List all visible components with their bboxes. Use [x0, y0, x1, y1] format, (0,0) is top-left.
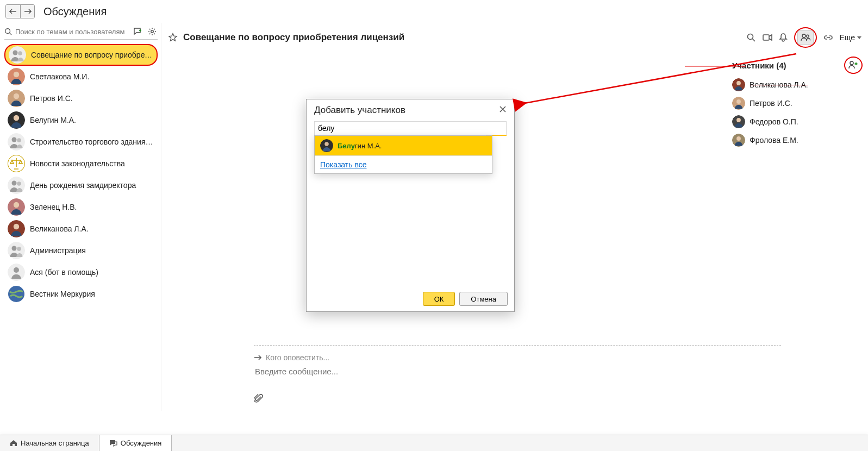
add-participant-button[interactable] [848, 60, 858, 71]
link-icon[interactable] [823, 34, 833, 41]
avatar [8, 90, 25, 107]
show-all-link[interactable]: Показать все [315, 155, 492, 173]
participant-item[interactable]: Великанова Л.А. [732, 78, 863, 91]
notify-placeholder: Кого оповестить... [266, 353, 329, 362]
sidebar-item-label: Великанова Л.А. [30, 224, 154, 233]
svg-point-8 [14, 93, 19, 99]
avatar [8, 111, 25, 129]
dialog-title: Добавить участников [314, 105, 405, 116]
suggestions-dropdown: Белугин М.А. Показать все [314, 135, 492, 174]
ok-button[interactable]: ОК [423, 292, 455, 306]
bell-icon[interactable] [779, 33, 788, 42]
svg-point-27 [8, 286, 24, 302]
participant-item[interactable]: Петров И.С. [732, 97, 863, 110]
sidebar-search-row [4, 26, 158, 40]
people-icon [801, 34, 810, 41]
sidebar-item[interactable]: День рождения замдиректора [4, 174, 158, 196]
sidebar-item[interactable]: Новости законодательства [4, 153, 158, 174]
forward-button[interactable] [20, 5, 34, 18]
participant-item[interactable]: Федоров О.П. [732, 115, 863, 128]
sidebar-item[interactable]: Светлакова М.И. [4, 66, 158, 87]
sidebar-item-label: Совещание по вопросу приобретения л... [31, 51, 153, 59]
search-input[interactable] [14, 27, 129, 36]
gear-icon [148, 27, 157, 36]
avatar [732, 115, 745, 128]
new-chat-button[interactable] [133, 26, 143, 37]
more-menu[interactable]: Еще [840, 33, 862, 42]
participants-title: Участники (4) [732, 61, 786, 70]
sidebar-item-label: Зеленец Н.В. [30, 203, 154, 211]
back-button[interactable] [6, 5, 20, 18]
svg-point-42 [324, 142, 329, 146]
suggestion-item[interactable]: Белугин М.А. [315, 136, 492, 155]
tab-home[interactable]: Начальная страница [0, 435, 99, 451]
suggestion-label: Белугин М.А. [338, 142, 382, 150]
svg-point-12 [12, 137, 17, 142]
video-call-icon[interactable] [763, 34, 772, 41]
avatar [732, 134, 745, 147]
participants-toggle-button[interactable] [797, 30, 814, 45]
sidebar-item[interactable]: Петров И.С. [4, 87, 158, 109]
sidebar-item[interactable]: Ася (бот в помощь) [4, 261, 158, 283]
svg-point-0 [5, 29, 10, 34]
avatar [8, 220, 25, 237]
avatar [8, 68, 25, 85]
message-input[interactable] [254, 366, 781, 377]
sidebar-item-label: Строительство торгового здания (проект) [30, 137, 154, 146]
svg-point-32 [850, 61, 853, 65]
svg-point-10 [14, 115, 19, 121]
svg-point-38 [736, 118, 741, 122]
search-icon [4, 28, 12, 35]
sidebar-item[interactable]: Зеленец Н.В. [4, 196, 158, 218]
svg-point-26 [14, 267, 19, 273]
bottom-tab-bar: Начальная страница Обсуждения [0, 435, 868, 451]
avatar [9, 46, 26, 64]
dialog-close-button[interactable] [499, 105, 507, 115]
add-participant-highlight [844, 57, 863, 74]
notify-row[interactable]: Кого оповестить... [254, 353, 781, 362]
avatar [8, 198, 25, 216]
avatar [8, 285, 25, 303]
svg-point-34 [736, 81, 741, 85]
chat-list: Совещание по вопросу приобретения л...Св… [4, 44, 158, 305]
participant-search-input[interactable] [314, 121, 507, 135]
tab-discussions[interactable]: Обсуждения [99, 435, 172, 451]
svg-point-36 [736, 99, 741, 104]
participant-label: Великанова Л.А. [750, 80, 808, 89]
svg-point-16 [12, 181, 17, 186]
svg-point-6 [14, 72, 19, 77]
svg-point-1 [151, 30, 153, 33]
chevron-down-icon [857, 36, 861, 39]
sidebar-item-label: Петров И.С. [30, 94, 154, 103]
search-in-conv-icon[interactable] [746, 33, 756, 42]
sidebar-item[interactable]: Строительство торгового здания (проект) [4, 131, 158, 153]
settings-button[interactable] [147, 26, 158, 37]
sidebar-item[interactable]: Совещание по вопросу приобретения л... [4, 44, 158, 66]
sidebar-item-label: Белугин М.А. [30, 116, 154, 124]
svg-point-30 [802, 34, 805, 37]
svg-point-24 [17, 247, 21, 251]
participant-item[interactable]: Фролова Е.М. [732, 134, 863, 147]
message-composer: Кого оповестить... [254, 345, 781, 411]
avatar [8, 242, 25, 259]
svg-point-19 [14, 202, 19, 208]
search-input-wrap [4, 27, 129, 36]
participant-label: Петров И.С. [750, 99, 792, 108]
sidebar-item[interactable]: Администрация [4, 240, 158, 261]
add-participants-dialog: Добавить участников Белугин М.А. Показат… [306, 99, 515, 312]
svg-point-4 [18, 51, 22, 55]
svg-point-13 [17, 138, 21, 142]
paperclip-icon[interactable] [254, 394, 264, 404]
participant-label: Федоров О.П. [750, 117, 798, 126]
cancel-button[interactable]: Отмена [459, 292, 508, 306]
sidebar-item[interactable]: Вестник Меркурия [4, 283, 158, 305]
sidebar-item-label: Вестник Меркурия [30, 290, 154, 298]
participants-panel: Участники (4) Великанова Л.А.Петров И.С.… [727, 52, 868, 345]
conversation-actions: Еще [746, 27, 862, 48]
star-icon[interactable] [168, 33, 178, 42]
close-icon [499, 105, 507, 113]
conversation-title: Совещание по вопросу приобретения лиценз… [183, 32, 404, 43]
sidebar-item[interactable]: Великанова Л.А. [4, 218, 158, 240]
avatar [732, 78, 745, 91]
sidebar-item[interactable]: Белугин М.А. [4, 109, 158, 131]
